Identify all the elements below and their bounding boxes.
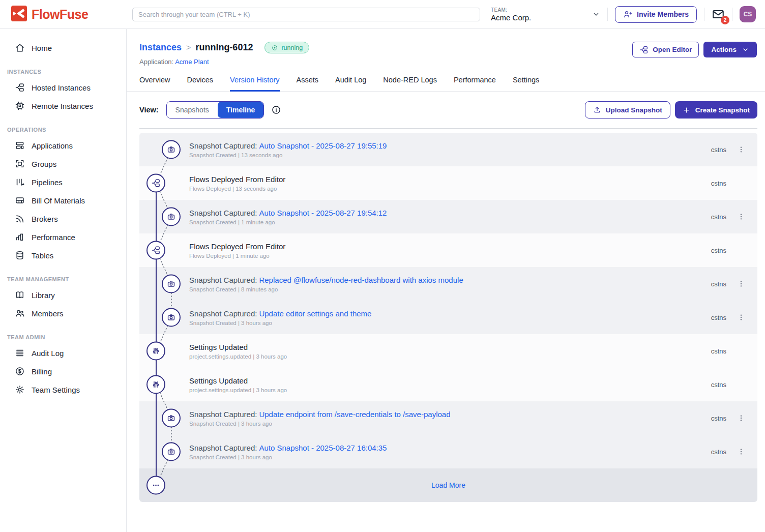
timeline-user: cstns: [711, 415, 726, 422]
view-option-snapshots[interactable]: Snapshots: [167, 102, 218, 118]
camera-icon: [162, 409, 181, 428]
kebab-menu-icon[interactable]: [737, 447, 745, 457]
team-search-input[interactable]: [132, 8, 480, 21]
timeline-meta: project.settings.updated | 3 hours ago: [189, 387, 287, 393]
sidebar-section-instances: INSTANCES: [0, 69, 126, 75]
actions-button[interactable]: Actions: [703, 42, 757, 57]
tab-node-red-logs[interactable]: Node-RED Logs: [383, 76, 437, 92]
timeline-meta: Snapshot Created | 3 hours ago: [189, 454, 387, 460]
camera-icon: [162, 308, 181, 327]
flowfuse-logo[interactable]: FlowFuse: [0, 6, 127, 23]
sidebar-item-groups[interactable]: Groups: [0, 155, 126, 173]
timeline-user: cstns: [711, 247, 726, 254]
sidebar: Home INSTANCES Hosted Instances Remote I…: [0, 29, 127, 532]
application-link[interactable]: Acme Plant: [175, 58, 209, 66]
deploy-icon: [146, 241, 165, 260]
projects-icon: [15, 82, 25, 93]
sidebar-item-performance[interactable]: Performance: [0, 228, 126, 246]
book-icon: [15, 290, 25, 300]
sidebar-item-billing[interactable]: Billing: [0, 362, 126, 380]
view-option-timeline[interactable]: Timeline: [218, 102, 264, 118]
sliders-icon: [146, 375, 165, 394]
team-name: Acme Corp.: [491, 13, 531, 22]
info-icon[interactable]: [271, 105, 281, 115]
sidebar-item-remote-instances[interactable]: Remote Instances: [0, 97, 126, 115]
team-selector[interactable]: TEAM: Acme Corp.: [491, 7, 600, 22]
kebab-menu-icon[interactable]: [737, 279, 745, 289]
tab-audit-log[interactable]: Audit Log: [335, 76, 366, 92]
kebab-menu-icon[interactable]: [737, 413, 745, 423]
timeline-user: cstns: [711, 180, 726, 187]
kebab-menu-icon[interactable]: [737, 212, 745, 222]
snapshot-link[interactable]: Auto Snapshot - 2025-08-27 19:54:12: [259, 209, 387, 217]
sidebar-item-members[interactable]: Members: [0, 304, 126, 322]
snapshot-link[interactable]: Auto Snapshot - 2025-08-27 16:04:35: [259, 444, 387, 452]
snapshot-link[interactable]: Auto Snapshot - 2025-08-27 19:55:19: [259, 141, 387, 150]
sidebar-item-pipelines[interactable]: Pipelines: [0, 173, 126, 191]
breadcrumb: Instances > running-6012 running: [139, 42, 309, 53]
sidebar-item-library[interactable]: Library: [0, 286, 126, 304]
sidebar-item-applications[interactable]: Applications: [0, 136, 126, 155]
log-lines-icon: [15, 348, 25, 358]
breadcrumb-instances-link[interactable]: Instances: [139, 42, 182, 53]
timeline-meta: Snapshot Created | 3 hours ago: [189, 320, 371, 326]
timeline-meta: Snapshot Created | 13 seconds ago: [189, 152, 387, 158]
team-label: TEAM:: [491, 7, 531, 13]
tab-version-history[interactable]: Version History: [230, 76, 280, 92]
people-icon: [15, 308, 25, 318]
main-content: Instances > running-6012 running Applica…: [127, 29, 765, 532]
sidebar-item-brokers[interactable]: Brokers: [0, 210, 126, 228]
notifications-button[interactable]: 2: [712, 8, 725, 21]
sidebar-section-team-management: TEAM MANAGEMENT: [0, 276, 126, 282]
sidebar-item-home[interactable]: Home: [0, 39, 126, 57]
version-history-toolbar: View: Snapshots Timeline Upload Snapshot…: [139, 92, 757, 129]
version-history-timeline: Snapshot Captured:Auto Snapshot - 2025-0…: [139, 133, 757, 502]
open-editor-button[interactable]: Open Editor: [632, 42, 699, 57]
snapshot-link[interactable]: Replaced @flowfuse/node-red-dashboard wi…: [259, 276, 463, 284]
camera-icon: [162, 208, 181, 226]
page-header-actions: Open Editor Actions: [632, 42, 757, 57]
sidebar-item-tables[interactable]: Tables: [0, 246, 126, 264]
timeline-row: Flows Deployed From Editor Flows Deploye…: [139, 233, 757, 267]
tab-overview[interactable]: Overview: [139, 76, 170, 92]
load-more-link[interactable]: Load More: [431, 481, 465, 489]
chevron-down-icon: [592, 10, 600, 18]
notification-badge: 2: [721, 16, 729, 24]
timeline-meta: project.settings.updated | 3 hours ago: [189, 353, 287, 360]
applications-icon: [15, 140, 25, 151]
tab-settings[interactable]: Settings: [513, 76, 539, 92]
kebab-menu-icon[interactable]: [737, 312, 745, 322]
tab-devices[interactable]: Devices: [187, 76, 213, 92]
chevron-down-icon: [742, 46, 749, 53]
tab-performance[interactable]: Performance: [454, 76, 496, 92]
snapshot-link[interactable]: Update endpoint from /save-credentials t…: [259, 410, 450, 419]
kebab-menu-icon[interactable]: [737, 144, 745, 155]
timeline-row: Snapshot Captured:Update endpoint from /…: [139, 401, 757, 435]
timeline-meta: Flows Deployed | 1 minute ago: [189, 253, 285, 259]
timeline-user: cstns: [711, 448, 726, 456]
top-bar-right: TEAM: Acme Corp. Invite Members 2 CS: [491, 6, 765, 23]
tab-assets[interactable]: Assets: [297, 76, 319, 92]
avatar[interactable]: CS: [740, 6, 756, 22]
timeline-user: cstns: [711, 381, 726, 389]
timeline-user: cstns: [711, 280, 726, 288]
timeline-user: cstns: [711, 146, 726, 154]
upload-icon: [593, 106, 601, 114]
home-icon: [15, 43, 25, 53]
create-snapshot-button[interactable]: Create Snapshot: [675, 101, 757, 119]
editor-projects-icon: [639, 45, 649, 54]
sidebar-section-operations: OPERATIONS: [0, 127, 126, 133]
sidebar-item-team-settings[interactable]: Team Settings: [0, 380, 126, 399]
snapshot-link[interactable]: Update editor settings and theme: [259, 309, 371, 318]
sidebar-item-bill-of-materials[interactable]: Bill Of Materials: [0, 191, 126, 210]
invite-members-button[interactable]: Invite Members: [615, 6, 697, 23]
sidebar-item-hosted-instances[interactable]: Hosted Instances: [0, 78, 126, 97]
sidebar-item-audit-log[interactable]: Audit Log: [0, 344, 126, 362]
top-bar: FlowFuse TEAM: Acme Corp. Invite Members…: [0, 0, 765, 29]
database-icon: [15, 250, 25, 260]
timeline-row: Snapshot Captured:Auto Snapshot - 2025-0…: [139, 200, 757, 233]
divider: [607, 8, 608, 21]
upload-snapshot-button[interactable]: Upload Snapshot: [585, 101, 670, 119]
group-icon: [15, 159, 25, 169]
timeline-meta: Snapshot Created | 1 minute ago: [189, 219, 387, 225]
